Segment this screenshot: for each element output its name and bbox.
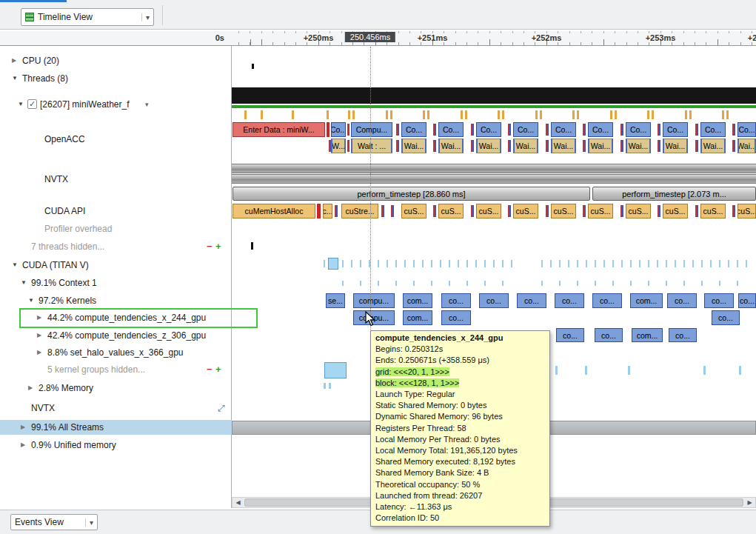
openacc-wait-event[interactable]: Wai... (513, 138, 538, 153)
openacc-compute-event[interactable]: Co... (551, 122, 576, 137)
openacc-compute-event[interactable]: Enter Data : miniW... (233, 122, 325, 137)
sidebar-item-cpu[interactable]: ▶CPU (20) (0, 53, 232, 68)
tree-collapse-arrow-icon[interactable]: ▼ (28, 293, 34, 308)
kernel-x-event[interactable]: co... (712, 310, 740, 325)
kernel-z-event[interactable]: com... (632, 328, 663, 342)
sidebar-item-openacc[interactable]: OpenACC (0, 132, 232, 147)
tree-collapse-arrow-icon[interactable]: ▼ (12, 71, 18, 86)
sidebar-item-kernels[interactable]: ▼97.2% Kernels (0, 293, 232, 308)
sidebar-item-all-streams[interactable]: ▶99.1% All Streams (0, 420, 232, 435)
tree-expand-arrow-icon[interactable]: ▶ (12, 53, 16, 68)
kernels-event[interactable]: se... (326, 293, 345, 308)
tree-collapse-arrow-icon[interactable]: ▼ (18, 97, 24, 112)
openacc-compute-event[interactable]: Co... (737, 122, 756, 137)
kernels-event[interactable]: co... (555, 293, 584, 308)
cuda-api-event[interactable]: cuS... (401, 204, 426, 218)
show-row-button[interactable]: + (215, 239, 221, 254)
scroll-left-button[interactable]: ◀ (233, 498, 244, 507)
openacc-compute-event[interactable]: Co... (331, 122, 346, 137)
sidebar-item-kernel-z[interactable]: ▶42.4% compute_tendencies_z_306_gpu (0, 328, 232, 343)
tree-expand-arrow-icon[interactable]: ▶ (37, 345, 41, 360)
show-row-button[interactable]: + (215, 362, 221, 377)
sidebar-item-memory[interactable]: ▶2.8% Memory (0, 381, 232, 396)
kernels-event[interactable]: co... (592, 293, 622, 308)
sidebar-item-cuda-api[interactable]: CUDA API (0, 204, 232, 218)
openacc-wait-event[interactable]: Wai... (476, 138, 501, 153)
cuda-api-event[interactable]: cuS... (438, 204, 464, 218)
kernel-x-event[interactable]: co... (441, 310, 471, 325)
cuda-api-event[interactable]: cuS... (700, 204, 726, 218)
sidebar-item-nvtx-cuda[interactable]: NVTX⤢ (0, 401, 232, 415)
kernels-event[interactable]: compu... (353, 293, 395, 308)
kernels-event[interactable]: co... (441, 293, 471, 308)
tree-expand-arrow-icon[interactable]: ▶ (21, 438, 25, 453)
sidebar-item-kernel-groups-hidden[interactable]: 5 kernel groups hidden...−+ (0, 362, 232, 377)
openacc-wait-event[interactable]: Wai... (438, 138, 464, 153)
openacc-wait-event[interactable]: W... (331, 138, 346, 153)
expand-row-icon[interactable]: ⤢ (218, 401, 225, 415)
kernels-event[interactable]: co... (704, 293, 734, 308)
openacc-wait-event[interactable]: Wai... (663, 138, 688, 153)
openacc-wait-event[interactable]: Wai... (626, 138, 651, 153)
cuda-api-event[interactable]: cuS... (513, 204, 538, 218)
tree-expand-arrow-icon[interactable]: ▶ (28, 381, 33, 396)
cuda-api-event[interactable]: cuS... (551, 204, 576, 218)
openacc-compute-event[interactable]: Compu... (351, 122, 392, 137)
kernels-event[interactable]: co... (738, 293, 756, 308)
tree-expand-arrow-icon[interactable]: ▶ (37, 328, 41, 343)
nvtx-ranges-event[interactable]: perform_timestep [2.073 m... (592, 187, 756, 201)
cuda-api-event[interactable]: cuS... (626, 204, 651, 218)
cuda-api-event[interactable]: cuS... (737, 204, 756, 218)
sidebar-item-profiler-overhead[interactable]: Profiler overhead (0, 221, 232, 236)
sidebar-item-unified-memory[interactable]: ▶0.9% Unified memory (0, 438, 232, 453)
sidebar-item-nvtx-thread[interactable]: NVTX (0, 172, 232, 187)
timeline-view-dropdown[interactable]: Timeline View ▾ (21, 8, 154, 26)
sidebar-item-process[interactable]: ▼✓[26207] miniWeather_f▾ (0, 97, 232, 112)
kernels-event[interactable]: co... (479, 293, 509, 308)
openacc-wait-event[interactable]: Wai... (551, 138, 576, 153)
openacc-wait-event[interactable]: Wai... (588, 138, 613, 153)
cuda-api-event[interactable]: c... (323, 204, 332, 218)
openacc-compute-event[interactable]: Co... (401, 122, 426, 137)
openacc-wait-event[interactable]: Wai... (401, 138, 426, 153)
openacc-compute-event[interactable]: Co... (476, 122, 501, 137)
kernel-x-event[interactable]: com... (403, 310, 432, 325)
events-view-dropdown[interactable]: Events View ▾ (10, 514, 98, 530)
openacc-compute-event[interactable]: Co... (626, 122, 651, 137)
openacc-wait-event[interactable]: Wait : ... (351, 138, 392, 153)
cuda-api-event[interactable]: cuMemHostAlloc (233, 204, 315, 218)
hide-row-button[interactable]: − (207, 362, 213, 377)
time-cursor-badge[interactable]: 250.456ms (345, 32, 395, 42)
cuda-api-event[interactable]: cuS... (663, 204, 688, 218)
openacc-wait-event[interactable]: Wai... (737, 138, 756, 153)
openacc-compute-event[interactable]: Co... (513, 122, 538, 137)
cuda-api-event[interactable]: cuS... (588, 204, 613, 218)
nvtx-ranges-event[interactable]: perform_timestep [28.860 ms] (233, 187, 590, 201)
tree-collapse-arrow-icon[interactable]: ▼ (12, 258, 18, 273)
openacc-compute-event[interactable]: Co... (700, 122, 726, 137)
sidebar-item-threads[interactable]: ▼Threads (8) (0, 71, 232, 86)
openacc-compute-event[interactable]: Co... (438, 122, 464, 137)
kernel-z-event[interactable]: co... (556, 328, 584, 342)
sidebar-item-kernel-x[interactable]: ▶44.2% compute_tendencies_x_244_gpu (0, 310, 232, 325)
cuda-api-event[interactable]: cuStre... (341, 204, 378, 218)
sidebar-item-kernel-halo[interactable]: ▶8.8% set_halo_values_x_366_gpu (0, 345, 232, 360)
kernels-event[interactable]: com... (630, 293, 663, 308)
kernels-event[interactable]: co... (667, 293, 697, 308)
openacc-compute-event[interactable]: Co... (663, 122, 688, 137)
hide-row-button[interactable]: − (207, 239, 213, 254)
openacc-compute-event[interactable]: Co... (588, 122, 613, 137)
process-checkbox[interactable]: ✓ (27, 99, 37, 109)
openacc-wait-event[interactable]: Wai... (700, 138, 726, 153)
kernel-z-event[interactable]: co... (669, 328, 697, 342)
sidebar-item-threads-hidden[interactable]: 7 threads hidden...−+ (0, 239, 232, 254)
cuda-api-event[interactable]: cuS... (476, 204, 501, 218)
process-dropdown-caret-icon[interactable]: ▾ (145, 97, 149, 112)
scroll-right-button[interactable]: ▶ (744, 498, 755, 507)
kernels-event[interactable]: com... (403, 293, 432, 308)
tree-expand-arrow-icon[interactable]: ▶ (21, 420, 25, 435)
sidebar-item-context1[interactable]: ▼99.1% Context 1 (0, 276, 232, 290)
kernel-z-event[interactable]: co... (595, 328, 623, 342)
tree-expand-arrow-icon[interactable]: ▶ (37, 310, 41, 325)
kernels-event[interactable]: co... (517, 293, 546, 308)
